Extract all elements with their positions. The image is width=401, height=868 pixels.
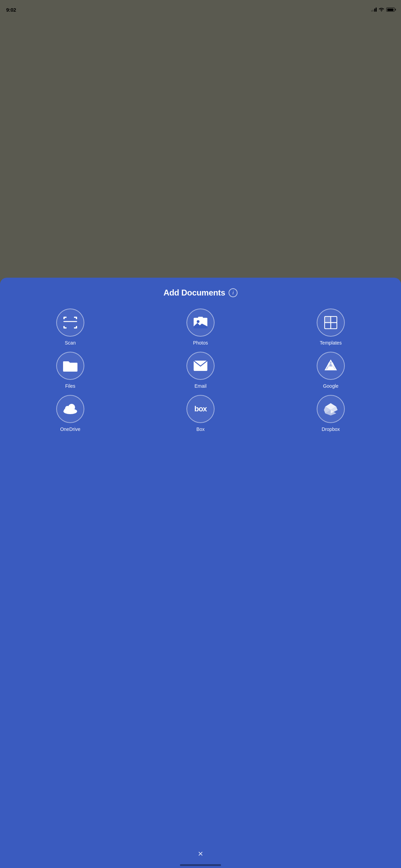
camera-background [0,0,134,289]
status-time: 9:02 [6,7,16,13]
status-bar: 9:02 [0,0,134,15]
add-documents-sheet: Add Documents i Scan [0,278,134,289]
